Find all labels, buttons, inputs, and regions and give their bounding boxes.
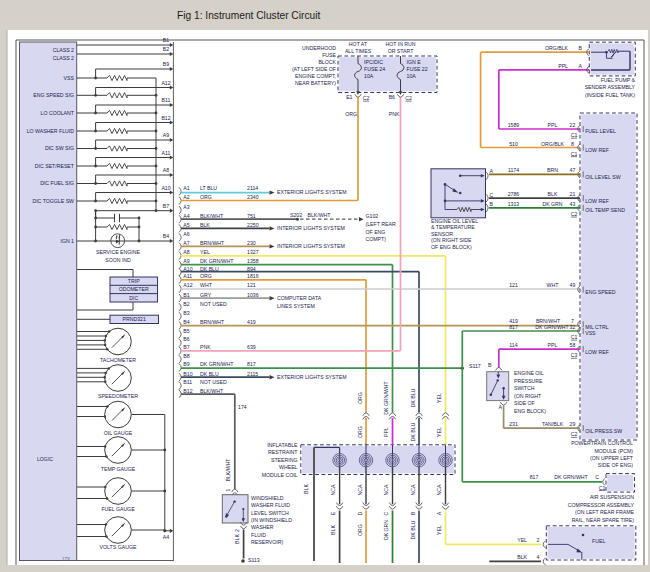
- svg-text:(INSIDE FUEL TANK): (INSIDE FUEL TANK): [585, 92, 635, 98]
- svg-text:LO COOLANT: LO COOLANT: [41, 110, 75, 116]
- svg-text:2340: 2340: [247, 194, 259, 200]
- svg-text:817: 817: [509, 324, 518, 330]
- svg-text:BLK: BLK: [200, 222, 210, 228]
- svg-text:NCA: NCA: [410, 484, 416, 495]
- svg-text:B10: B10: [183, 371, 192, 377]
- svg-text:1313: 1313: [508, 201, 520, 207]
- svg-text:NCA: NCA: [436, 484, 442, 495]
- svg-text:B: B: [490, 201, 494, 207]
- svg-text:DK GRN/WHT: DK GRN/WHT: [200, 361, 234, 367]
- svg-text:10A: 10A: [407, 73, 417, 79]
- svg-text:A2: A2: [183, 194, 189, 200]
- svg-text:B12: B12: [183, 388, 192, 394]
- svg-text:B2: B2: [183, 301, 189, 307]
- svg-text:A5: A5: [183, 222, 189, 228]
- svg-text:DK BLU: DK BLU: [200, 371, 219, 377]
- svg-text:231: 231: [509, 421, 518, 427]
- svg-text:C: C: [383, 511, 389, 515]
- svg-text:MODULE (PCM): MODULE (PCM): [594, 448, 633, 454]
- svg-text:DIC TOGGLE SW: DIC TOGGLE SW: [32, 198, 74, 204]
- svg-text:1174: 1174: [508, 167, 519, 173]
- svg-text:A6: A6: [183, 231, 189, 237]
- svg-text:510: 510: [509, 141, 518, 147]
- svg-text:C1: C1: [571, 132, 578, 138]
- svg-text:OF ENG: OF ENG: [366, 229, 386, 235]
- svg-text:BLOCK: BLOCK: [318, 59, 336, 65]
- svg-text:B: B: [579, 45, 583, 51]
- svg-text:E1: E1: [346, 94, 352, 100]
- svg-text:TRIP: TRIP: [128, 278, 140, 284]
- svg-text:894: 894: [247, 266, 256, 272]
- svg-text:21: 21: [570, 191, 576, 197]
- svg-text:DK GRN/WHT: DK GRN/WHT: [200, 258, 234, 264]
- svg-text:C: C: [490, 192, 494, 198]
- svg-text:DIC: DIC: [129, 295, 138, 301]
- svg-text:2786: 2786: [508, 191, 520, 197]
- svg-text:A10: A10: [183, 266, 192, 272]
- svg-text:POWERTRAIN CONTROL: POWERTRAIN CONTROL: [571, 440, 633, 446]
- svg-text:OIL LEVEL SW: OIL LEVEL SW: [585, 174, 620, 180]
- svg-text:751: 751: [247, 213, 256, 219]
- svg-text:BLK: BLK: [234, 534, 240, 544]
- svg-text:ORG: ORG: [200, 273, 212, 279]
- svg-text:LEVEL SWITCH: LEVEL SWITCH: [251, 510, 289, 516]
- svg-text:B: B: [488, 362, 492, 368]
- svg-text:VOLTS GAUGE: VOLTS GAUGE: [100, 544, 137, 550]
- svg-text:SOON IND: SOON IND: [105, 257, 131, 263]
- svg-text:C1: C1: [571, 151, 578, 157]
- svg-text:FUEL GAUGE: FUEL GAUGE: [101, 506, 135, 512]
- svg-text:B7: B7: [183, 344, 189, 350]
- svg-text:A4: A4: [163, 534, 169, 540]
- svg-text:S202: S202: [290, 212, 302, 218]
- svg-text:& TEMPERATURE: & TEMPERATURE: [431, 224, 475, 230]
- svg-text:(LEFT REAR: (LEFT REAR: [366, 221, 396, 227]
- svg-text:B2: B2: [163, 46, 169, 52]
- svg-text:SWITCH: SWITCH: [514, 385, 535, 391]
- svg-text:LOW REF: LOW REF: [585, 349, 609, 355]
- svg-text:B5: B5: [183, 328, 189, 334]
- svg-text:BLK/WHT: BLK/WHT: [225, 458, 231, 482]
- svg-text:BLK: BLK: [517, 554, 527, 560]
- svg-text:58: 58: [570, 342, 576, 348]
- svg-text:PRND321: PRND321: [123, 316, 146, 322]
- svg-text:29: 29: [570, 421, 576, 427]
- svg-text:A8: A8: [183, 249, 189, 255]
- svg-text:OIL TEMP SEND: OIL TEMP SEND: [585, 207, 625, 213]
- svg-text:PPL: PPL: [548, 122, 558, 128]
- svg-text:LOGIC: LOGIC: [37, 456, 53, 462]
- svg-text:FLUID: FLUID: [251, 532, 266, 538]
- svg-text:OR START: OR START: [388, 48, 415, 54]
- svg-text:OIL PRESS SW: OIL PRESS SW: [585, 428, 622, 434]
- svg-text:ORG/BLK: ORG/BLK: [545, 45, 569, 51]
- svg-text:WASHER: WASHER: [251, 524, 274, 530]
- svg-text:A: A: [490, 168, 494, 174]
- svg-text:WHT: WHT: [547, 282, 560, 288]
- svg-text:SIDE OF ENG): SIDE OF ENG): [598, 462, 633, 468]
- svg-text:ENG SPEED: ENG SPEED: [585, 289, 616, 295]
- svg-text:HOT AT: HOT AT: [349, 41, 368, 47]
- svg-text:C2: C2: [571, 431, 578, 437]
- svg-text:1036: 1036: [247, 292, 259, 298]
- svg-text:ORG: ORG: [357, 426, 363, 438]
- svg-text:WINDSHIELD: WINDSHIELD: [251, 495, 284, 501]
- svg-text:TEMP GAUGE: TEMP GAUGE: [101, 466, 136, 472]
- svg-text:FUSE 24: FUSE 24: [364, 66, 385, 72]
- svg-text:B6: B6: [389, 94, 395, 100]
- svg-text:1816: 1816: [247, 273, 259, 279]
- svg-text:C2: C2: [405, 95, 412, 101]
- svg-text:BLK/WHT: BLK/WHT: [200, 213, 224, 219]
- svg-text:DIC SET/RESET: DIC SET/RESET: [35, 163, 75, 169]
- svg-text:SENDER ASSEMBLY: SENDER ASSEMBLY: [585, 84, 636, 90]
- svg-text:FUSE 22: FUSE 22: [407, 66, 428, 72]
- svg-text:2: 2: [234, 529, 240, 532]
- svg-text:NCA: NCA: [357, 484, 363, 495]
- svg-text:BLK: BLK: [548, 191, 558, 197]
- svg-text:DK GRN: DK GRN: [383, 520, 389, 540]
- svg-text:ORG: ORG: [200, 194, 212, 200]
- svg-text:INTERIOR LIGHTS SYSTEM: INTERIOR LIGHTS SYSTEM: [277, 225, 345, 231]
- svg-text:DK BLU: DK BLU: [410, 422, 416, 441]
- svg-text:LO WASHER FLUID: LO WASHER FLUID: [27, 128, 75, 134]
- svg-text:1: 1: [225, 488, 231, 491]
- svg-text:PNK: PNK: [200, 344, 211, 350]
- svg-text:A7: A7: [183, 240, 189, 246]
